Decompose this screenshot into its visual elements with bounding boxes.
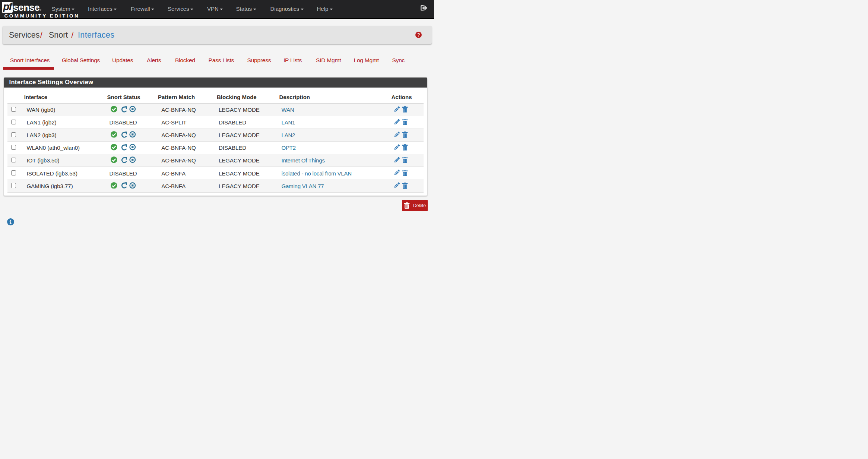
- svg-text:?: ?: [417, 32, 420, 38]
